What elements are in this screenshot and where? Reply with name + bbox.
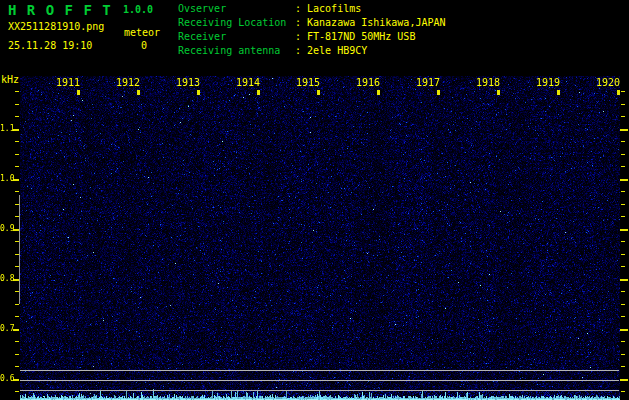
freq-tick-left [15, 104, 19, 105]
info-label: Ovserver [178, 3, 226, 14]
time-axis-label: 1916 [356, 77, 380, 89]
info-value: : 2ele HB9CY [295, 45, 367, 56]
output-filename: XX2511281910.png [8, 21, 104, 32]
freq-tick-major-right [620, 329, 628, 331]
info-label: Receiving Location [178, 17, 286, 28]
mode-label: meteor [124, 27, 160, 38]
freq-tick-right [621, 104, 625, 105]
time-tick [197, 90, 200, 95]
freq-tick-major-right [620, 379, 628, 381]
info-label: Receiving antenna [178, 45, 280, 56]
freq-axis-label: 1.0 [0, 174, 12, 184]
freq-tick-right [621, 304, 625, 305]
freq-tick-right [621, 166, 625, 167]
station-info-row: Receiver: FT-817ND 50MHz USB [178, 31, 478, 45]
time-axis-label: 1911 [56, 77, 80, 89]
freq-tick-right [621, 154, 625, 155]
freq-tick-left [15, 191, 19, 192]
freq-tick-right [621, 354, 625, 355]
time-tick [617, 90, 620, 95]
freq-tick-left [15, 154, 19, 155]
station-info-row: Ovserver: Lacofilms [178, 3, 478, 17]
freq-axis-label: 0.8 [0, 274, 12, 284]
freq-tick-left [15, 116, 19, 117]
freq-tick-right [621, 366, 625, 367]
freq-tick-right [621, 266, 625, 267]
time-tick [497, 90, 500, 95]
hrofft-window: H R O F F T 1.0.0 XX2511281910.png meteo… [0, 0, 629, 400]
freq-tick-left [15, 341, 19, 342]
time-tick [137, 90, 140, 95]
reference-line-bottom [20, 390, 619, 391]
time-axis-label: 1919 [536, 77, 560, 89]
freq-tick-right [621, 291, 625, 292]
reference-line-mid [20, 380, 619, 381]
freq-tick-right [621, 254, 625, 255]
freq-tick-major-right [620, 229, 628, 231]
spectrogram-noise [20, 76, 620, 400]
freq-tick-right [621, 204, 625, 205]
freq-tick-left [15, 141, 19, 142]
time-tick [437, 90, 440, 95]
time-axis-label: 1915 [296, 77, 320, 89]
info-value: : Lacofilms [295, 3, 361, 14]
time-axis-label: 1918 [476, 77, 500, 89]
time-axis-label: 1913 [176, 77, 200, 89]
freq-tick-left [15, 304, 19, 305]
time-axis-label: 1912 [116, 77, 140, 89]
freq-tick-right [621, 91, 625, 92]
time-tick [317, 90, 320, 95]
freq-tick-left [15, 316, 19, 317]
info-value: : FT-817ND 50MHz USB [295, 31, 415, 42]
freq-tick-major-right [620, 179, 628, 181]
freq-tick-major-right [620, 129, 628, 131]
calibration-line [19, 195, 20, 304]
time-axis-label: 1914 [236, 77, 260, 89]
freq-tick-right [621, 316, 625, 317]
meteor-count: 0 [141, 40, 147, 51]
freq-tick-left [15, 166, 19, 167]
freq-tick-left [15, 354, 19, 355]
freq-axis-label: 1.1 [0, 124, 12, 134]
time-tick [257, 90, 260, 95]
station-info-row: Receiving Location: Kanazawa Ishikawa,JA… [178, 17, 478, 31]
freq-tick-right [621, 391, 625, 392]
freq-axis-label: 0.6 [0, 374, 12, 384]
freq-axis-label: 0.7 [0, 324, 12, 334]
freq-tick-left [15, 366, 19, 367]
freq-tick-left [15, 391, 19, 392]
freq-tick-right [621, 191, 625, 192]
app-version: 1.0.0 [123, 4, 153, 15]
freq-axis-label: 0.9 [0, 224, 12, 234]
info-label: Receiver [178, 31, 226, 42]
freq-tick-major-right [620, 279, 628, 281]
time-tick [377, 90, 380, 95]
station-info-row: Receiving antenna: 2ele HB9CY [178, 45, 478, 59]
app-title: H R O F F T [8, 2, 112, 18]
freq-tick-right [621, 141, 625, 142]
freq-tick-right [621, 341, 625, 342]
station-info: Ovserver: LacofilmsReceiving Location: K… [178, 3, 478, 59]
reference-line-top [20, 370, 619, 371]
freq-tick-right [621, 216, 625, 217]
freq-tick-left [15, 91, 19, 92]
time-axis-label: 1920 [596, 77, 620, 89]
freq-axis-unit: kHz [1, 74, 19, 85]
time-tick [557, 90, 560, 95]
freq-tick-right [621, 241, 625, 242]
freq-tick-right [621, 116, 625, 117]
time-axis-label: 1917 [416, 77, 440, 89]
info-value: : Kanazawa Ishikawa,JAPAN [295, 17, 446, 28]
timestamp: 25.11.28 19:10 [8, 40, 92, 51]
time-tick [77, 90, 80, 95]
